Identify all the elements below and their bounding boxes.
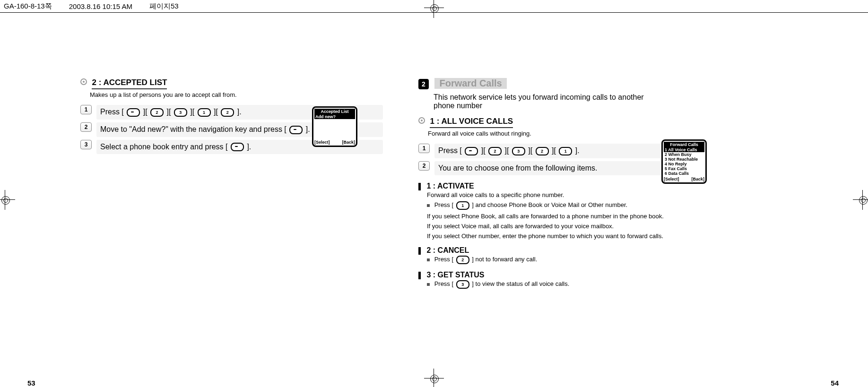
key-2-icon: 2 [456,256,469,264]
bullet-pre: Press [ [434,280,453,287]
step-pre: Press [ [100,108,124,116]
phone-screen-accepted: Accepted List Add new? [Select] [Back] [312,106,357,147]
page-number-left: 53 [27,379,35,387]
heading-text: 2 : ACCEPTED LIST [92,78,167,89]
phone-screen-forward: Forward Calls 1 All Voice Calls 2 When B… [661,139,707,184]
phone-softkeys: [Select] [Back] [314,140,355,145]
step-post: ]. [575,146,580,155]
key-3-icon: 3 [456,280,469,289]
doc-file: GA-160-8-13쪽 [0,2,52,11]
phone-row: Add new? [314,114,355,119]
phone-softkeys: [Select] [Back] [664,177,704,181]
softkey-icon [127,108,140,117]
section-number: 2 [418,79,429,89]
phone-soft-left: [Select] [314,140,330,145]
phone-body: Add new? [314,114,355,139]
key-1-icon: 1 [456,201,469,210]
key-1-icon: 1 [559,147,572,155]
step-pre: Press [ [438,146,462,155]
step-text: Press [ ][ 2 ][ 3 ][ 2 ][ 1 ]. [434,144,674,158]
section-lead: This network service lets you forward in… [434,93,651,110]
heading-sub: Makes up a list of persons you are to ac… [90,91,383,98]
item-title: 3 : GET STATUS [426,271,484,279]
key-3-icon: 3 [512,147,525,155]
step-number: 2 [80,122,92,132]
step-row: 1 Press [ ][ 2 ][ 3 ][ 2 ][ 1 ]. [418,144,674,158]
square-bullet-icon [427,204,430,207]
note: If you select Voice mail, all calls are … [427,223,674,230]
item-status-heading: 3 : GET STATUS [418,271,674,279]
doc-page-label: 페이지53 [146,2,179,11]
item-activate-bullet: Press [ 1 ] and choose Phone Book or Voi… [427,201,673,210]
key-3-icon: 3 [174,108,187,117]
phone-row: 2 When Busy [664,152,704,157]
step-number: 2 [418,161,430,171]
registration-mark-right [857,194,868,206]
step-post: ]. [306,125,310,133]
phone-body: 1 All Voice Calls 2 When Busy 3 Not Reac… [664,147,704,176]
phone-row: 1 All Voice Calls [664,147,704,152]
subheading: 1 : ALL VOICE CALLS [418,117,674,128]
doc-timestamp: 2003.8.16 10:15 AM [65,2,132,10]
right-column: 2 Forward Calls This network service let… [418,78,674,292]
registration-mark-left [0,194,11,206]
key-2-icon: 2 [536,147,549,155]
note: If you select Phone Book, all calls are … [427,213,674,220]
key-2-icon: 2 [488,147,502,155]
square-bullet-icon [427,258,430,261]
heading-accepted-list: 2 : ACCEPTED LIST [80,78,383,89]
key-1-icon: 1 [198,108,211,117]
item-cancel-heading: 2 : CANCEL [418,246,674,255]
softkey-icon [289,126,303,134]
item-title: 1 : ACTIVATE [426,182,474,190]
phone-row: 5 Fax Calls [664,166,704,171]
section-title: Forward Calls [434,78,506,89]
bullet-icon [80,78,87,85]
manual-spread: 2 : ACCEPTED LIST Makes up a list of per… [52,69,693,300]
phone-row: 4 No Reply [664,162,704,166]
step-pre: Move to "Add new?" with the navigation k… [100,125,286,133]
section-header: 2 Forward Calls [418,78,674,89]
step-row: 2 You are to choose one from the followi… [418,161,674,175]
subheading-desc: Forward all voice calls without ringing. [428,130,674,137]
item-activate-heading: 1 : ACTIVATE [418,182,674,190]
item-cancel-bullet: Press [ 2 ] not to forward any call. [427,256,673,264]
key-2-icon: 2 [150,108,164,117]
bullet-post: ] not to forward any call. [472,256,537,263]
bullet-pre: Press [ [434,201,453,208]
phone-row: 6 Data Calls [664,171,704,176]
step-post: ]. [247,143,251,151]
step-text: You are to choose one from the following… [434,161,674,175]
phone-soft-right: [Back] [691,177,704,181]
page-number-right: 54 [831,379,839,387]
softkey-icon [231,143,244,151]
bullet-post: ] to view the status of all voice calls. [472,280,569,287]
document-header: GA-160-8-13쪽 2003.8.16 10:15 AM 페이지53 [0,0,868,13]
registration-mark-bottom [428,372,440,385]
step-number: 3 [80,140,92,149]
left-column: 2 : ACCEPTED LIST Makes up a list of per… [80,78,383,157]
phone-soft-right: [Back] [342,140,355,145]
step-number: 1 [80,105,92,114]
key-2-icon: 2 [221,108,234,117]
square-bullet-icon [427,283,430,286]
phone-row: 3 Not Reachable [664,157,704,162]
item-status-bullet: Press [ 3 ] to view the status of all vo… [427,280,673,289]
step-pre: Select a phone book entry and press [ [100,143,228,151]
phone-title: Accepted List [314,109,355,114]
bullet-pre: Press [ [434,256,453,263]
softkey-icon [465,147,478,155]
subheading-text: 1 : ALL VOICE CALLS [430,117,513,128]
vbar-icon [418,247,421,255]
page: GA-160-8-13쪽 2003.8.16 10:15 AM 페이지53 2 … [0,0,868,387]
bullet-icon [418,117,425,124]
item-activate-desc: Forward all voice calls to a specific ph… [427,191,673,198]
vbar-icon [418,272,421,279]
note: If you select Other number, enter the ph… [427,232,674,240]
phone-title: Forward Calls [664,142,704,147]
step-number: 1 [418,144,430,153]
item-title: 2 : CANCEL [426,246,469,254]
phone-soft-left: [Select] [664,177,679,181]
step-post: ]. [237,108,242,116]
bullet-post: ] and choose Phone Book or Voice Mail or… [472,201,627,208]
